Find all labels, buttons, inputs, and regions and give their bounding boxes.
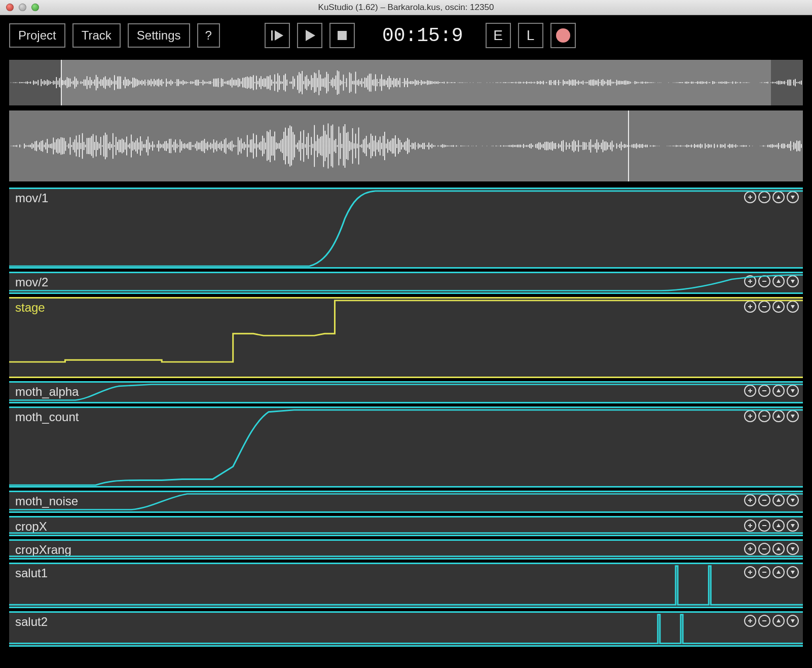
track-curve	[9, 564, 803, 607]
window-titlebar: KuStudio (1.62) – Barkarola.kus, oscin: …	[0, 0, 812, 15]
track-row[interactable]: cropX	[9, 516, 803, 536]
preview-wave-graphic	[9, 110, 803, 181]
svg-rect-0	[271, 30, 273, 41]
close-window-button[interactable]	[6, 4, 14, 11]
main-toolbar: Project Track Settings ? 00:15:9 E L	[0, 15, 812, 56]
track-curve	[9, 541, 803, 558]
settings-menu[interactable]: Settings	[128, 23, 190, 48]
svg-rect-3	[338, 31, 347, 40]
track-curve	[9, 299, 803, 377]
traffic-lights	[6, 4, 39, 11]
track-row[interactable]: stage	[9, 297, 803, 378]
track-row[interactable]: moth_count	[9, 406, 803, 488]
play-icon	[303, 28, 317, 43]
track-curve	[9, 408, 803, 486]
svg-marker-1	[275, 30, 283, 41]
record-button[interactable]	[550, 23, 576, 48]
loop-mode-button[interactable]: L	[518, 23, 543, 48]
minimize-window-button[interactable]	[19, 4, 26, 11]
track-row[interactable]: mov/1	[9, 188, 803, 269]
track-row[interactable]: mov/2	[9, 272, 803, 294]
preview-waveform[interactable]	[9, 110, 803, 181]
track-curve	[9, 273, 803, 292]
track-row[interactable]: salut1	[9, 563, 803, 608]
track-curve	[9, 492, 803, 511]
overview-playhead[interactable]	[61, 60, 62, 105]
zoom-window-button[interactable]	[31, 4, 39, 11]
track-curve	[9, 517, 803, 535]
track-row[interactable]: moth_alpha	[9, 381, 803, 403]
record-icon	[556, 28, 570, 43]
project-menu[interactable]: Project	[9, 23, 65, 48]
track-curve	[9, 189, 803, 267]
svg-marker-2	[306, 30, 315, 41]
stop-icon	[335, 28, 349, 43]
play-button[interactable]	[297, 23, 322, 48]
track-row[interactable]: moth_noise	[9, 491, 803, 513]
stop-button[interactable]	[329, 23, 355, 48]
help-button[interactable]: ?	[197, 23, 220, 48]
track-menu[interactable]: Track	[72, 23, 121, 48]
track-row[interactable]: salut2	[9, 611, 803, 647]
overview-wave-graphic	[9, 60, 803, 105]
play-from-start-icon	[270, 28, 284, 43]
preview-playhead[interactable]	[628, 110, 629, 181]
edit-mode-button[interactable]: E	[486, 23, 511, 48]
window-title: KuStudio (1.62) – Barkarola.kus, oscin: …	[0, 3, 812, 13]
play-from-start-button[interactable]	[265, 23, 290, 48]
overview-waveform[interactable]	[9, 60, 803, 105]
track-curve	[9, 613, 803, 645]
timecode-display: 00:15:9	[382, 25, 463, 47]
track-curve	[9, 383, 803, 402]
track-row[interactable]: cropXrang	[9, 539, 803, 560]
track-list: mov/1mov/2stagemoth_alphamoth_countmoth_…	[0, 181, 812, 647]
